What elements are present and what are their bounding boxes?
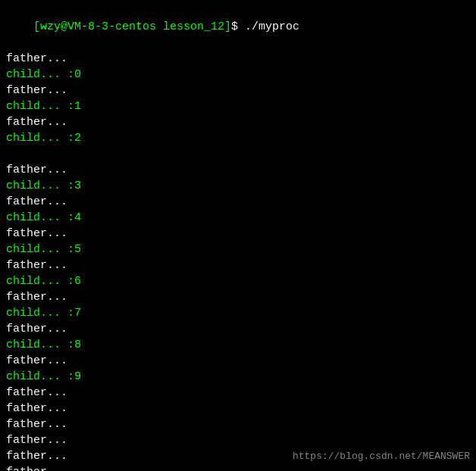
empty-line: [6, 146, 470, 162]
father-line: father...: [6, 432, 470, 448]
child-line: child... :8: [6, 337, 470, 353]
prompt-cmd: ./myproc: [245, 20, 299, 33]
father-line: father...: [6, 83, 470, 98]
child-line: child... :5: [6, 242, 470, 257]
prompt-line: [wzy@VM-8-3-centos lesson_12]$ ./myproc: [6, 3, 470, 51]
father-line: father...: [6, 353, 470, 369]
father-line: father...: [6, 464, 470, 471]
prompt-dollar: $: [231, 20, 245, 33]
terminal-window: [wzy@VM-8-3-centos lesson_12]$ ./myproc …: [0, 0, 476, 471]
father-line: father...: [6, 401, 470, 416]
child-line: child... :0: [6, 67, 470, 83]
father-line: father...: [6, 226, 470, 242]
child-line: child... :6: [6, 273, 470, 289]
father-line: father...: [6, 51, 470, 67]
prompt-user: [wzy@VM-8-3-centos lesson_12]: [33, 20, 231, 33]
father-line: father...: [6, 114, 470, 130]
child-line: child... :4: [6, 210, 470, 226]
father-line: father...: [6, 257, 470, 273]
child-line: child... :3: [6, 178, 470, 194]
father-line: father...: [6, 162, 470, 178]
child-line: child... :2: [6, 130, 470, 146]
child-line: child... :9: [6, 369, 470, 385]
father-line: father...: [6, 194, 470, 210]
terminal-output: father...child... :0father...child... :1…: [6, 51, 470, 471]
father-line: father...: [6, 385, 470, 401]
father-line: father...: [6, 416, 470, 432]
watermark: https://blog.csdn.net/MEANSWER: [293, 450, 470, 463]
child-line: child... :7: [6, 305, 470, 321]
father-line: father...: [6, 321, 470, 337]
child-line: child... :1: [6, 98, 470, 114]
father-line: father...: [6, 289, 470, 305]
